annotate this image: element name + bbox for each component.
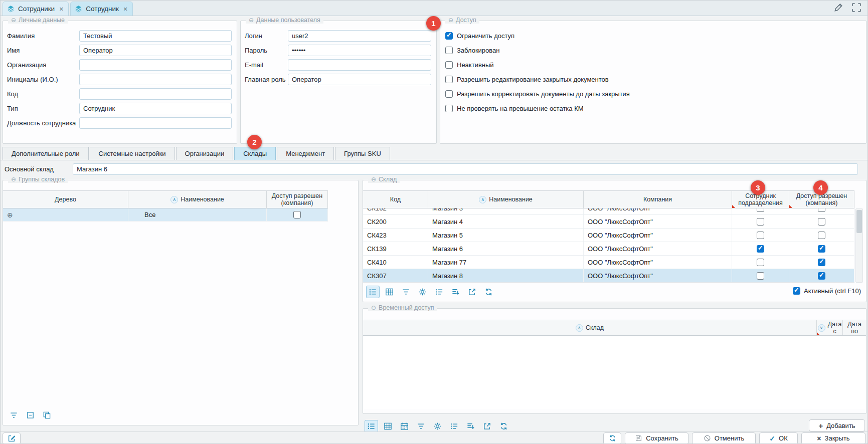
check-icon: ✓	[769, 434, 775, 442]
main-store-field[interactable]	[73, 163, 858, 175]
access-checkbox[interactable]	[818, 272, 825, 280]
table-view-icon[interactable]	[383, 286, 396, 298]
collapse-group-icon[interactable]: ⊖	[448, 17, 453, 24]
filter-icon[interactable]	[7, 409, 21, 421]
dept-checkbox[interactable]	[757, 245, 764, 253]
export-icon[interactable]	[480, 420, 494, 432]
checkbox-label: Ограничить доступ	[457, 32, 514, 40]
dept-checkbox[interactable]	[757, 218, 764, 226]
email-field[interactable]	[288, 59, 431, 71]
access-checkbox[interactable]	[818, 218, 825, 226]
close-button[interactable]: ×Закрыть	[801, 432, 865, 444]
access-checkbox[interactable]	[818, 232, 825, 239]
select-columns-icon[interactable]	[447, 420, 461, 432]
export-icon[interactable]	[465, 286, 479, 298]
tab-sku-groups[interactable]: Группы SKU	[335, 147, 390, 160]
refresh-icon[interactable]	[482, 286, 495, 298]
dept-checkbox[interactable]	[757, 259, 764, 266]
column-header-date-from[interactable]: ∨Дата с	[817, 320, 843, 335]
firstname-field[interactable]	[79, 45, 232, 56]
access-checkbox[interactable]	[818, 208, 825, 212]
tab-organizations[interactable]: Организации	[176, 147, 234, 160]
table-row[interactable]: СК410 Магазин 77 ООО "ЛюксСофтОпт"	[363, 256, 854, 269]
collapse-all-icon[interactable]	[24, 409, 37, 421]
filter-icon[interactable]	[414, 420, 428, 432]
lastname-field[interactable]	[79, 30, 232, 42]
code-field[interactable]	[79, 88, 232, 100]
window-tab-employees[interactable]: Сотрудники ×	[3, 2, 69, 16]
no-km-check-checkbox[interactable]	[445, 105, 453, 112]
inactive-checkbox[interactable]	[445, 61, 453, 69]
edit-closed-docs-checkbox[interactable]	[445, 76, 453, 83]
settings-gear-icon[interactable]	[431, 420, 444, 432]
group-access-checkbox[interactable]	[293, 211, 301, 218]
position-field[interactable]	[79, 117, 232, 129]
edit-pencil-icon[interactable]	[833, 3, 843, 13]
access-checkbox[interactable]	[818, 259, 825, 266]
dept-checkbox[interactable]	[757, 208, 764, 212]
collapse-group-icon[interactable]: ⊖	[249, 17, 254, 24]
collapse-group-icon[interactable]: ⊖	[371, 304, 376, 311]
save-button[interactable]: Сохранить	[625, 432, 688, 444]
select-columns-icon[interactable]	[432, 286, 446, 298]
initials-field[interactable]	[79, 74, 232, 85]
edit-record-button[interactable]	[3, 432, 21, 444]
access-checkbox[interactable]	[818, 245, 825, 253]
refresh-button[interactable]	[603, 432, 621, 444]
list-view-icon[interactable]	[365, 420, 378, 432]
tab-system-settings[interactable]: Системные настройки	[90, 147, 175, 160]
main-role-field[interactable]	[288, 74, 431, 85]
table-row[interactable]: СК162 Магазин 3 ООО "ЛюксСофтОпт"	[363, 208, 854, 215]
dept-checkbox[interactable]	[757, 232, 764, 239]
filter-icon[interactable]	[399, 286, 413, 298]
column-header-date-to[interactable]: Дата по	[843, 320, 866, 335]
copy-icon[interactable]	[40, 409, 54, 421]
tab-additional-roles[interactable]: Дополнительные роли	[3, 147, 89, 160]
table-row-selected[interactable]: СК307 Магазин 8 ООО "ЛюксСофтОпт"	[363, 269, 854, 283]
settings-gear-icon[interactable]	[416, 286, 429, 298]
column-header-tree[interactable]: Дерево	[3, 191, 128, 208]
blocked-checkbox[interactable]	[445, 47, 453, 54]
column-header-access[interactable]: Доступ разрешен (компания)	[267, 191, 328, 208]
active-label: Активный (ctrl F10)	[804, 287, 861, 295]
calendar-icon[interactable]	[398, 420, 411, 432]
code-cell: СК139	[363, 242, 428, 255]
tab-management[interactable]: Менеджмент	[277, 147, 334, 160]
close-tab-icon[interactable]: ×	[59, 6, 63, 13]
collapse-group-icon[interactable]: ⊖	[371, 176, 376, 183]
collapse-group-icon[interactable]: ⊖	[11, 17, 16, 24]
table-row[interactable]: СК139 Магазин 6 ООО "ЛюксСофтОпт"	[363, 242, 854, 256]
column-header-store[interactable]: ∧Склад	[363, 320, 817, 335]
table-row[interactable]: СК423 Магазин 5 ООО "ЛюксСофтОпт"	[363, 229, 854, 242]
add-button[interactable]: +Добавить	[809, 419, 865, 431]
fullscreen-icon[interactable]	[851, 3, 861, 13]
collapse-group-icon[interactable]: ⊖	[11, 176, 16, 183]
column-header-company[interactable]: Компания	[584, 191, 732, 208]
close-tab-icon[interactable]: ×	[123, 6, 127, 13]
column-header-code[interactable]: Код	[363, 191, 428, 208]
window-tab-employee[interactable]: Сотрудник ×	[70, 2, 133, 16]
table-row[interactable]: ⊕ Все	[3, 208, 328, 221]
tree-expand-icon[interactable]: ⊕	[7, 211, 13, 219]
active-checkbox[interactable]	[793, 287, 800, 295]
refresh-icon[interactable]	[497, 420, 510, 432]
dept-checkbox[interactable]	[757, 272, 764, 280]
restrict-access-checkbox[interactable]	[445, 32, 453, 40]
type-field[interactable]	[79, 103, 232, 114]
list-view-icon[interactable]	[366, 286, 380, 298]
column-header-name[interactable]: ∧Наименование	[128, 191, 267, 208]
sort-list-icon[interactable]	[464, 420, 477, 432]
correct-docs-checkbox[interactable]	[445, 90, 453, 98]
table-row[interactable]: СК200 Магазин 4 ООО "ЛюксСофтОпт"	[363, 215, 854, 229]
vertical-scrollbar[interactable]	[855, 208, 863, 283]
column-header-name[interactable]: ∧Наименование	[428, 191, 584, 208]
password-field[interactable]	[288, 45, 431, 56]
login-field[interactable]	[288, 30, 431, 42]
cancel-button[interactable]: Отменить	[692, 432, 756, 444]
table-view-icon[interactable]	[381, 420, 395, 432]
scrollbar-thumb[interactable]	[856, 210, 862, 233]
field-label: E-mail	[245, 61, 288, 69]
sort-list-icon[interactable]	[449, 286, 462, 298]
organization-field[interactable]	[79, 59, 232, 71]
ok-button[interactable]: ✓ОК	[759, 432, 798, 444]
